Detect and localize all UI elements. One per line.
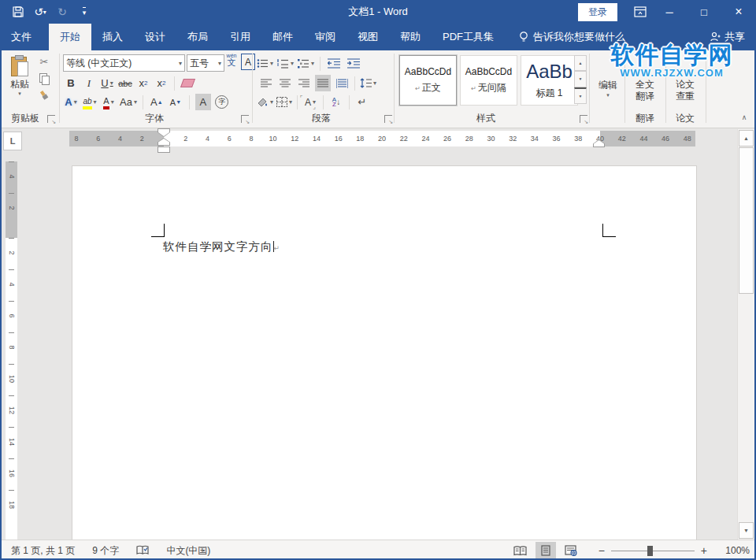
word-count[interactable]: 9 个字 — [92, 544, 119, 558]
font-name-combo[interactable]: 等线 (中文正文)▾ — [63, 54, 185, 72]
borders-button[interactable] — [276, 94, 292, 110]
style-card-no-spacing[interactable]: AaBbCcDd ↵无间隔 — [460, 55, 517, 106]
distributed-button[interactable] — [334, 75, 350, 91]
undo-dropdown-icon[interactable]: ▾ — [43, 9, 46, 16]
align-center-button[interactable] — [277, 75, 293, 91]
paste-button[interactable]: 粘贴 ▾ — [6, 55, 33, 95]
tab-file[interactable]: 文件 — [0, 24, 43, 50]
subscript-button[interactable]: x2 — [135, 75, 151, 91]
line-spacing-button[interactable] — [360, 75, 376, 91]
chevron-down-icon[interactable]: ▾ — [215, 60, 221, 67]
editing-button[interactable]: 编辑 ▾ — [592, 79, 624, 98]
bullets-button[interactable] — [257, 55, 273, 72]
left-indent-marker[interactable] — [158, 146, 170, 153]
undo-button[interactable]: ↺▾ — [30, 2, 50, 21]
ribbon-tab[interactable]: 帮助 — [389, 24, 432, 50]
customize-qat-button[interactable]: ▾ — [74, 2, 94, 21]
decrease-indent-button[interactable] — [326, 55, 342, 72]
vertical-scrollbar[interactable]: ▲ ▼ — [737, 129, 754, 540]
increase-indent-button[interactable] — [346, 55, 361, 72]
styles-scroll-down-button[interactable]: ▼ — [574, 71, 587, 87]
styles-dialog-launcher[interactable] — [580, 115, 587, 123]
print-layout-button[interactable] — [536, 542, 556, 559]
copy-button[interactable] — [36, 70, 52, 87]
web-layout-button[interactable] — [561, 542, 581, 559]
ribbon-tab[interactable]: 邮件 — [261, 24, 304, 50]
shrink-font-button[interactable]: A▼ — [168, 94, 183, 110]
underline-button[interactable]: U — [99, 75, 115, 91]
change-case-button[interactable]: Aa — [120, 94, 137, 110]
enclose-characters-button[interactable]: 字 — [214, 94, 230, 110]
login-button[interactable]: 登录 — [578, 3, 617, 21]
ribbon-tab[interactable]: 设计 — [134, 24, 176, 50]
zoom-in-button[interactable]: + — [701, 544, 707, 557]
document-text-line[interactable]: 软件自学网文字方向↵ — [163, 239, 280, 254]
tell-me-box[interactable]: 告诉我你想要做什么 — [510, 24, 635, 50]
close-button[interactable]: × — [721, 0, 756, 24]
multilevel-list-button[interactable] — [298, 55, 314, 72]
proofing-status[interactable] — [136, 545, 149, 556]
character-border-button[interactable]: A — [241, 54, 255, 70]
cut-button[interactable]: ✂ — [36, 54, 52, 70]
ribbon-tab[interactable]: 视图 — [346, 24, 389, 50]
language-indicator[interactable]: 中文(中国) — [166, 544, 210, 558]
asian-layout-button[interactable]: ⌜ A ⌟ — [302, 94, 318, 110]
document-text[interactable]: 软件自学网文字方向 — [163, 240, 273, 253]
ribbon-tab[interactable]: 布局 — [176, 24, 219, 50]
tab-home-active[interactable]: 开始 — [49, 24, 91, 50]
scroll-down-button[interactable]: ▼ — [739, 522, 754, 539]
ribbon-tab[interactable]: 插入 — [91, 24, 134, 50]
paper-check-button[interactable]: 论文 查重 — [669, 79, 702, 102]
zoom-slider-handle[interactable] — [647, 546, 653, 556]
chevron-down-icon[interactable]: ▾ — [176, 60, 182, 67]
scroll-up-button[interactable]: ▲ — [739, 130, 754, 146]
align-left-button[interactable] — [258, 75, 274, 91]
font-dialog-launcher[interactable] — [241, 115, 249, 123]
shading-button[interactable] — [257, 94, 273, 110]
font-size-combo[interactable]: 五号▾ — [187, 54, 224, 72]
h-ruler-right-margin[interactable]: 4042444648 — [600, 131, 695, 146]
style-card-normal[interactable]: AaBbCcDd ↵正文 — [399, 55, 457, 106]
zoom-slider[interactable] — [611, 551, 695, 551]
font-color-button[interactable]: A — [101, 94, 117, 110]
maximize-button[interactable]: □ — [687, 0, 721, 24]
save-button[interactable] — [8, 2, 28, 21]
phonetic-guide-button[interactable]: wén 文 — [224, 53, 239, 67]
grow-font-button[interactable]: A▲ — [149, 94, 165, 110]
styles-more-button[interactable]: ▼ — [574, 87, 587, 104]
clear-formatting-button[interactable] — [180, 75, 195, 91]
superscript-button[interactable]: x2 — [154, 75, 169, 91]
full-text-translate-button[interactable]: 全文 翻译 — [628, 79, 662, 102]
styles-scroll-up-button[interactable]: ▲ — [574, 55, 587, 71]
italic-button[interactable]: I — [81, 75, 97, 91]
collapse-ribbon-button[interactable]: ∧ — [737, 113, 751, 121]
redo-button[interactable]: ↻ — [52, 2, 72, 21]
sort-button[interactable]: A Z ↓ — [328, 94, 344, 110]
strikethrough-button[interactable]: abc — [117, 75, 133, 91]
align-right-button[interactable] — [296, 75, 312, 91]
paragraph-dialog-launcher[interactable] — [384, 115, 392, 123]
zoom-out-button[interactable]: − — [598, 544, 605, 557]
style-card-heading1[interactable]: AaBb 标题 1 — [521, 55, 578, 106]
document-page[interactable] — [72, 165, 697, 540]
ribbon-tab[interactable]: 审阅 — [304, 24, 346, 50]
tab-selector-button[interactable]: L — [3, 132, 22, 150]
share-button[interactable]: 共享 — [699, 24, 756, 50]
bold-button[interactable]: B — [63, 75, 79, 91]
h-ruler-text-area[interactable]: 2468101214161820222426283032343638 — [164, 131, 600, 146]
minimize-button[interactable]: ─ — [652, 0, 687, 24]
read-mode-button[interactable] — [510, 542, 531, 559]
numbering-button[interactable] — [277, 55, 294, 72]
h-ruler-left-margin[interactable]: 8642 — [69, 131, 164, 146]
scrollbar-thumb[interactable] — [739, 147, 754, 294]
ribbon-display-options-button[interactable] — [628, 0, 652, 24]
justify-button[interactable] — [315, 75, 331, 91]
zoom-level[interactable]: 100% — [718, 545, 750, 556]
highlight-color-button[interactable]: ab — [82, 94, 98, 110]
ribbon-tab[interactable]: PDF工具集 — [432, 24, 505, 50]
format-painter-button[interactable] — [36, 87, 52, 103]
show-hide-marks-button[interactable]: ↵ — [354, 94, 370, 110]
page-indicator[interactable]: 第 1 页, 共 1 页 — [11, 544, 75, 558]
text-effects-button[interactable]: A — [63, 94, 79, 110]
character-shading-button[interactable]: A — [195, 94, 211, 110]
